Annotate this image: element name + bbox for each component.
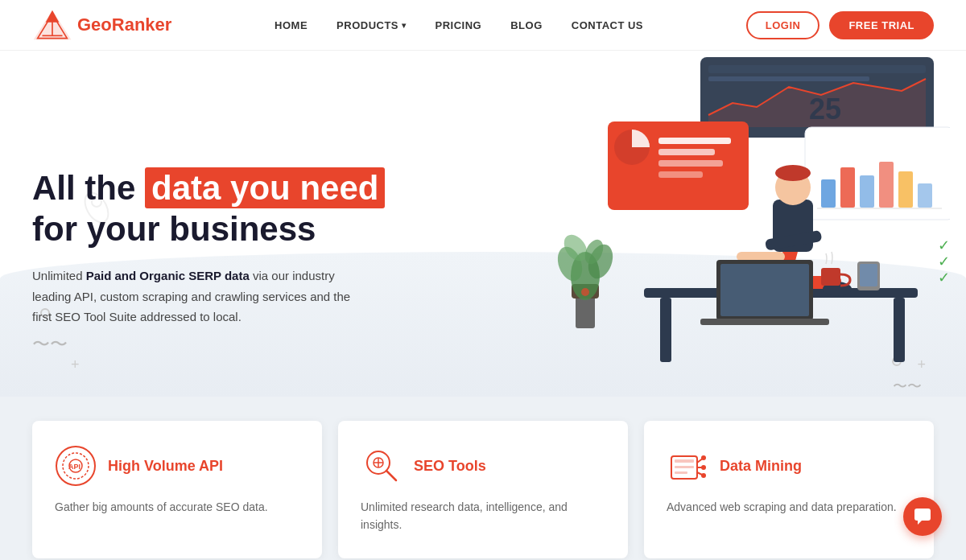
svg-rect-15 [658, 160, 723, 167]
svg-point-54 [581, 288, 589, 296]
hero-content: All the data you need for your business … [32, 152, 385, 327]
free-trial-button[interactable]: FREE TRIAL [829, 11, 934, 39]
svg-rect-65 [675, 459, 694, 463]
feature-header-api: API High Volume API [55, 445, 299, 487]
hero-section: 〜〜 + + 〜〜 All the data you need for your… [0, 51, 966, 397]
logo-text: GeoRanker [77, 14, 171, 35]
svg-text:25: 25 [809, 93, 841, 126]
feature-header-mining: Data Mining [667, 445, 911, 487]
svg-rect-46 [860, 264, 877, 286]
svg-text:✓: ✓ [938, 237, 950, 253]
svg-rect-14 [658, 149, 715, 155]
svg-rect-66 [675, 466, 694, 468]
wave-deco-1: 〜〜 [32, 332, 68, 356]
svg-marker-77 [918, 521, 922, 525]
feature-card-mining: Data Mining Advanced web scraping and da… [644, 421, 934, 558]
nav-pricing[interactable]: PRICING [436, 19, 482, 31]
nav-home[interactable]: HOME [275, 19, 308, 31]
nav-contact[interactable]: CONTACT US [572, 19, 643, 31]
feature-desc-api: Gather big amounts of accurate SEO data. [55, 498, 299, 516]
feature-card-seo: SEO Tools Unlimited research data, intel… [338, 421, 628, 558]
svg-text:✓: ✓ [938, 270, 950, 286]
svg-rect-42 [720, 264, 809, 316]
feature-title-api: High Volume API [108, 458, 223, 475]
feature-desc-seo: Unlimited research data, intelligence, a… [361, 498, 605, 534]
plus-deco-1: + [71, 356, 80, 373]
svg-rect-30 [660, 298, 671, 362]
svg-rect-9 [708, 76, 869, 81]
svg-rect-18 [821, 179, 836, 208]
svg-rect-13 [658, 138, 731, 144]
hero-illustration: 25 ✓ ✓ ✓ [499, 51, 950, 397]
nav-products[interactable]: PRODUCTS ▾ [336, 19, 406, 31]
api-icon: API [55, 445, 97, 487]
seo-icon [361, 445, 402, 487]
feature-title-mining: Data Mining [720, 458, 802, 475]
hero-description: Unlimited Paid and Organic SERP data via… [32, 266, 370, 327]
svg-rect-67 [675, 471, 687, 474]
feature-desc-mining: Advanced web scraping and data preparati… [667, 498, 911, 516]
features-section: API High Volume API Gather big amounts o… [0, 397, 966, 560]
svg-text:API: API [68, 463, 80, 471]
svg-rect-43 [700, 319, 829, 325]
header: GeoRanker HOME PRODUCTS ▾ PRICING BLOG C… [0, 0, 966, 51]
mining-icon [667, 445, 708, 487]
svg-rect-22 [898, 171, 913, 208]
svg-rect-21 [879, 162, 894, 208]
chat-bubble[interactable] [903, 497, 942, 536]
svg-rect-47 [576, 296, 595, 328]
svg-point-38 [775, 165, 811, 181]
svg-rect-44 [821, 268, 840, 286]
header-actions: LOGIN FREE TRIAL [746, 11, 934, 39]
login-button[interactable]: LOGIN [746, 11, 820, 39]
svg-rect-23 [918, 183, 932, 208]
svg-rect-8 [708, 65, 926, 73]
svg-point-71 [701, 455, 706, 460]
svg-rect-19 [840, 167, 855, 208]
svg-point-72 [701, 465, 706, 470]
svg-marker-4 [46, 10, 60, 23]
svg-rect-16 [658, 171, 703, 178]
svg-point-73 [701, 473, 706, 478]
feature-card-api: API High Volume API Gather big amounts o… [32, 421, 322, 558]
feature-header-seo: SEO Tools [361, 445, 605, 487]
svg-line-60 [386, 471, 396, 480]
svg-rect-31 [894, 298, 905, 362]
hero-title: All the data you need for your business [32, 168, 385, 249]
feature-title-seo: SEO Tools [414, 458, 486, 475]
svg-text:✓: ✓ [938, 253, 950, 270]
logo[interactable]: GeoRanker [32, 9, 171, 41]
chevron-down-icon: ▾ [402, 21, 407, 30]
main-nav: HOME PRODUCTS ▾ PRICING BLOG CONTACT US [275, 19, 643, 31]
svg-rect-76 [914, 509, 931, 521]
svg-rect-20 [860, 175, 874, 208]
nav-blog[interactable]: BLOG [510, 19, 543, 31]
